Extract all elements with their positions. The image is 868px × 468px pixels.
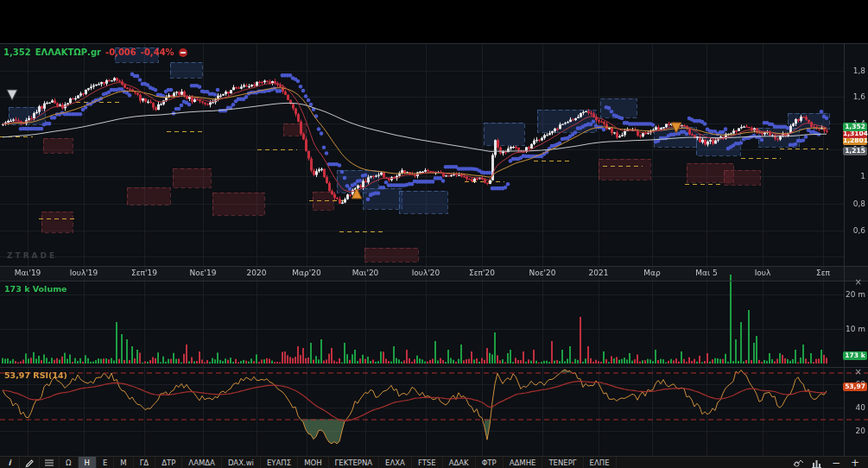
date-label: Σεπ'19 [131, 269, 157, 277]
zoom-in-button[interactable]: + [847, 457, 863, 468]
symbol-tab-ε[interactable]: Ε [97, 457, 114, 468]
zoom-out-button[interactable]: − [828, 457, 844, 468]
toolbar-spacer [617, 457, 790, 468]
right-price-axis[interactable]: 1,81,61,41,210,80,620 m10 m6040201,3521,… [845, 43, 868, 456]
ticker-change-pct: -0,44% [141, 47, 174, 57]
rsi-axis-tick: 40 [842, 403, 865, 412]
plus-icon: + [851, 457, 859, 468]
date-axis[interactable]: Μαι'19Ιουλ'19Σεπ'19Νοε'192020Μαρ'20Μαι'2… [0, 267, 844, 281]
symbol-tab-daxwi[interactable]: DAX.wi [222, 457, 261, 468]
date-label: Νοε'19 [189, 269, 216, 277]
rsi-current-label: 53,97 [843, 383, 867, 391]
date-label: 2020 [247, 269, 267, 277]
symbol-tab-ω[interactable]: Ω [60, 457, 79, 468]
bar-chart-icon [812, 459, 822, 468]
chart-style-button[interactable] [790, 459, 806, 468]
volume-current-label: 173 k [843, 351, 867, 360]
date-label: Νοε'20 [529, 269, 555, 277]
symbol-tab-η[interactable]: Η [79, 457, 97, 468]
symbol-tab-γδ[interactable]: ΓΔ [134, 457, 156, 468]
date-label: Σεπ [816, 269, 830, 277]
price-axis-tick: 1,6 [842, 92, 865, 101]
date-label: Σεπ'20 [469, 269, 495, 277]
symbol-tab-αδμηε[interactable]: ΑΔΜΗΕ [504, 457, 543, 468]
date-label: Ιουλ'20 [412, 269, 440, 277]
date-label: Μαι'20 [352, 269, 379, 277]
watchlist-button[interactable] [40, 457, 60, 468]
date-label: Μαρ [643, 269, 660, 277]
minus-icon: − [832, 457, 840, 468]
symbol-tab-ελπε[interactable]: ΕΛΠΕ [584, 457, 617, 468]
volume-pane-close-button[interactable]: × [855, 278, 862, 286]
last-price-label: 1,352 [843, 123, 867, 131]
trading-app-root: 1,352 ΕΛΛΑΚΤΩΡ.gr -0,006 -0,44% ZTRADE 1… [0, 0, 868, 468]
rsi-axis-tick: 20 [842, 427, 865, 435]
watermark: ZTRADE [7, 251, 57, 260]
volume-style-button[interactable] [809, 459, 825, 468]
bottom-toolbar: i ΩΗΕΜΓΔΔΤΡΛΑΜΔΑDAX.wiΕΥΑΠΣΜΟΗΓΕΚΤΕΡΝΑΕΛ… [0, 456, 868, 468]
rsi-pane-close-button[interactable]: × [855, 368, 862, 376]
ticker-overlay: 1,352 ΕΛΛΑΚΤΩΡ.gr -0,006 -0,44% [3, 47, 187, 57]
price-axis-tick: 1 [842, 172, 865, 180]
symbol-tab-ευαπς[interactable]: ΕΥΑΠΣ [261, 457, 298, 468]
indicator-price-label-gray: 1,215 [843, 147, 867, 155]
symbol-tab-ftse[interactable]: FTSE [412, 457, 443, 468]
ticker-change: -0,006 [105, 47, 136, 57]
symbol-tab-τενεργ[interactable]: ΤΕΝΕΡΓ [542, 457, 583, 468]
chart-canvas[interactable] [0, 0, 868, 468]
date-label: Μαι 5 [695, 269, 717, 277]
pencil-icon [25, 459, 35, 468]
ticker-symbol: ΕΛΛΑΚΤΩΡ.gr [35, 47, 101, 57]
volume-axis-tick: 20 m [842, 290, 865, 299]
volume-pane-label: 173 k Volume [4, 284, 67, 294]
symbol-tab-φτρ[interactable]: ΦΤΡ [476, 457, 504, 468]
symbol-tab-γεκτερνα[interactable]: ΓΕΚΤΕΡΝΑ [329, 457, 380, 468]
symbol-tab-δτρ[interactable]: ΔΤΡ [155, 457, 182, 468]
symbol-tab-λαμδα[interactable]: ΛΑΜΔΑ [182, 457, 222, 468]
list-icon [44, 459, 54, 467]
price-axis-tick: 0,8 [842, 199, 865, 208]
date-label: Ιουλ'19 [70, 269, 98, 277]
date-label: 2021 [589, 269, 609, 277]
symbol-tab-μοη[interactable]: ΜΟΗ [298, 457, 328, 468]
symbol-tabs: ΩΗΕΜΓΔΔΤΡΛΑΜΔΑDAX.wiΕΥΑΠΣΜΟΗΓΕΚΤΕΡΝΑΕΛΧΑ… [60, 457, 617, 468]
price-axis-tick: 0,6 [842, 226, 865, 235]
rsi-pane-label: 53,97 RSI(14) [4, 370, 67, 380]
symbol-tab-μ[interactable]: Μ [114, 457, 133, 468]
info-icon: i [8, 459, 10, 467]
price-axis-tick: 1,8 [842, 66, 865, 75]
toolbar-right-group: − + [790, 457, 868, 468]
symbol-tab-ελχα[interactable]: ΕΛΧΑ [379, 457, 412, 468]
alert-icon[interactable] [179, 48, 187, 57]
volume-axis-tick: 10 m [842, 325, 865, 333]
draw-button[interactable] [20, 457, 40, 468]
line-chart-zoom-icon [793, 459, 804, 468]
info-button[interactable]: i [0, 457, 20, 468]
symbol-tab-αδακ[interactable]: ΑΔΑΚ [443, 457, 476, 468]
date-label: Μαι'19 [15, 269, 41, 277]
date-label: Μαρ'20 [292, 269, 320, 277]
date-label: Ιουλ [755, 269, 771, 277]
ticker-last-price: 1,352 [3, 47, 31, 57]
